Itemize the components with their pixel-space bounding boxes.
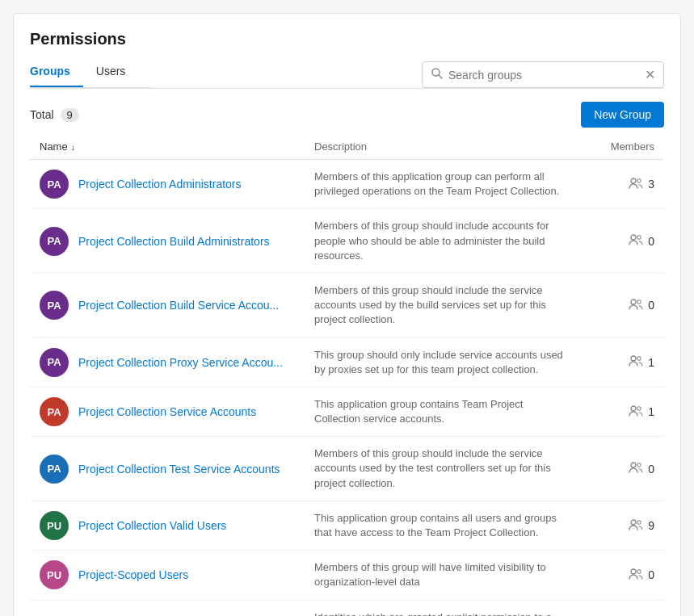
svg-point-2	[631, 178, 636, 183]
group-name-link[interactable]: Project Collection Build Service Accou..…	[78, 299, 279, 312]
members-icon	[629, 519, 643, 533]
members-cell[interactable]: 0	[582, 234, 654, 248]
avatar: PA	[40, 397, 69, 426]
group-name-link[interactable]: Project Collection Administrators	[78, 178, 242, 191]
search-input[interactable]	[448, 69, 645, 82]
name-cell: PU Project-Scoped Users	[40, 560, 314, 589]
name-cell: PA Project Collection Build Administrato…	[40, 227, 314, 256]
name-cell: PA Project Collection Administrators	[40, 170, 314, 199]
members-cell[interactable]: 0	[582, 462, 654, 476]
column-header-description: Description	[314, 140, 582, 153]
svg-point-5	[637, 236, 641, 239]
members-count: 0	[648, 299, 654, 312]
column-header-members: Members	[582, 140, 654, 153]
avatar: PA	[40, 170, 69, 199]
description-cell: This application group contains Team Pro…	[314, 397, 582, 426]
avatar: PA	[40, 291, 69, 320]
members-icon	[629, 178, 643, 191]
svg-point-11	[637, 406, 641, 409]
total-count-area: Total 9	[30, 108, 79, 122]
search-icon	[431, 67, 444, 82]
svg-point-8	[631, 356, 636, 361]
members-count: 3	[648, 178, 654, 191]
members-icon	[629, 299, 643, 312]
description-cell: This group should only include service a…	[314, 348, 582, 377]
members-count: 0	[648, 235, 654, 248]
members-count: 9	[648, 519, 654, 532]
group-name-link[interactable]: Project-Scoped Users	[78, 568, 188, 581]
avatar: PA	[40, 455, 69, 484]
name-cell: PA Project Collection Build Service Acco…	[40, 291, 314, 320]
description-cell: Members of this group should include acc…	[314, 219, 582, 263]
avatar: PA	[40, 227, 69, 256]
tab-groups[interactable]: Groups	[30, 58, 83, 87]
svg-point-13	[637, 463, 641, 467]
group-name-link[interactable]: Project Collection Test Service Accounts	[78, 463, 280, 476]
svg-point-3	[637, 178, 641, 182]
group-name-link[interactable]: Project Collection Build Administrators	[78, 235, 270, 248]
table-row: PA Project Collection Proxy Service Acco…	[30, 338, 664, 388]
group-name-link[interactable]: Project Collection Valid Users	[78, 519, 226, 532]
members-count: 0	[648, 568, 654, 581]
tabs-search-row: Groups Users ✕	[30, 58, 664, 89]
members-icon	[629, 355, 643, 369]
svg-point-6	[631, 300, 636, 304]
tabs-container: Groups Users	[30, 58, 151, 88]
table-row: SG Security Service Group Identities whi…	[30, 601, 664, 616]
description-cell: Members of this group should include the…	[314, 446, 582, 491]
group-name-link[interactable]: Project Collection Proxy Service Accou..…	[78, 356, 283, 369]
svg-point-14	[631, 520, 636, 525]
members-cell[interactable]: 1	[582, 405, 654, 419]
avatar: PU	[40, 560, 69, 589]
description-cell: This application group contains all user…	[314, 511, 582, 540]
description-cell: Members of this application group can pe…	[314, 170, 582, 199]
sort-arrow-icon: ↓	[71, 142, 76, 152]
name-cell: PA Project Collection Proxy Service Acco…	[40, 348, 314, 377]
table-row: PA Project Collection Test Service Accou…	[30, 437, 664, 501]
toolbar: Total 9 New Group	[30, 102, 664, 128]
members-count: 1	[648, 405, 654, 418]
total-count-badge: 9	[61, 108, 79, 122]
svg-line-1	[439, 75, 442, 78]
column-header-name[interactable]: Name ↓	[40, 140, 314, 153]
avatar: PA	[40, 348, 69, 377]
new-group-button[interactable]: New Group	[581, 102, 664, 128]
total-label: Total	[30, 108, 54, 121]
description-cell: Members of this group will have limited …	[314, 560, 582, 589]
members-cell[interactable]: 1	[582, 355, 654, 369]
name-cell: PU Project Collection Valid Users	[40, 511, 314, 540]
description-cell: Identities which are granted explicit pe…	[314, 610, 582, 616]
page-title: Permissions	[30, 30, 664, 48]
svg-point-15	[637, 520, 641, 523]
search-box[interactable]: ✕	[422, 61, 664, 88]
members-icon	[629, 234, 643, 248]
name-cell: PA Project Collection Test Service Accou…	[40, 455, 314, 484]
table-row: PU Project Collection Valid Users This a…	[30, 501, 664, 551]
description-cell: Members of this group should include the…	[314, 283, 582, 328]
svg-point-9	[637, 357, 641, 360]
members-cell[interactable]: 0	[582, 299, 654, 312]
members-count: 1	[648, 356, 654, 369]
members-cell[interactable]: 9	[582, 519, 654, 533]
table-row: PA Project Collection Service Accounts T…	[30, 388, 664, 437]
members-cell[interactable]: 3	[582, 178, 654, 191]
svg-point-16	[631, 569, 636, 574]
permissions-page: Permissions Groups Users ✕ Total 9	[13, 13, 681, 616]
svg-point-17	[637, 570, 641, 573]
name-cell: PA Project Collection Service Accounts	[40, 397, 314, 426]
table-row: PA Project Collection Administrators Mem…	[30, 160, 664, 209]
svg-point-12	[631, 463, 636, 467]
group-name-link[interactable]: Project Collection Service Accounts	[78, 405, 256, 418]
svg-point-4	[631, 235, 636, 240]
table-header: Name ↓ Description Members	[30, 134, 664, 160]
tab-users[interactable]: Users	[96, 58, 139, 87]
members-icon	[629, 568, 643, 582]
table-row: PA Project Collection Build Service Acco…	[30, 274, 664, 338]
clear-search-icon[interactable]: ✕	[645, 67, 655, 82]
svg-point-7	[637, 300, 641, 304]
table-body: PA Project Collection Administrators Mem…	[30, 160, 664, 616]
members-cell[interactable]: 0	[582, 568, 654, 582]
svg-point-10	[631, 406, 636, 411]
members-count: 0	[648, 463, 654, 476]
members-icon	[629, 462, 643, 476]
